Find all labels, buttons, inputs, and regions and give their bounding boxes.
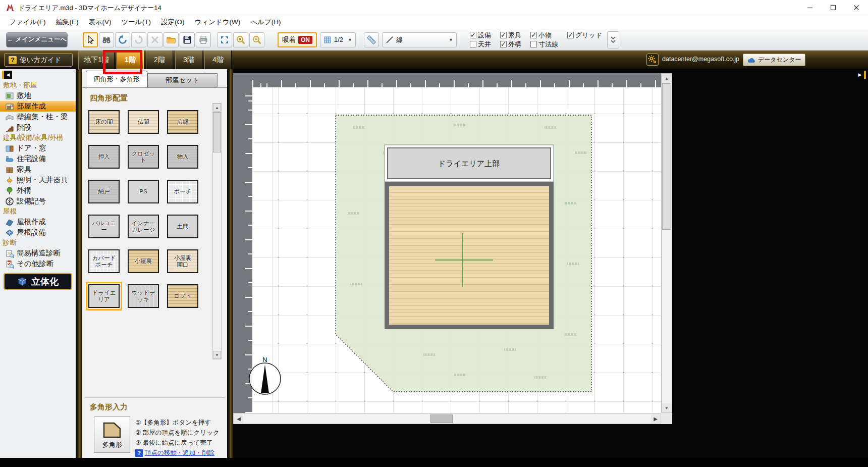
horizontal-scrollbar[interactable]: ◀ ▶ <box>233 413 661 424</box>
display-checkbox[interactable]: ✓家具 <box>500 31 521 39</box>
sidebar-item-階段[interactable]: 階段 <box>0 122 76 133</box>
zoom-in-button[interactable] <box>233 32 248 47</box>
line-style-dropdown[interactable]: 線 ▼ <box>382 32 457 47</box>
display-checkbox[interactable]: ✓設備 <box>470 31 491 39</box>
minimize-button[interactable] <box>798 0 822 15</box>
room-shape-button-押入[interactable]: 押入 <box>88 145 120 169</box>
scrollbar-thumb[interactable] <box>662 83 671 230</box>
sidebar-item-外構[interactable]: 外構 <box>0 185 76 196</box>
to-3d-button[interactable]: 立体化 <box>4 273 72 290</box>
floor-plan-canvas[interactable]: ドライエリア上部 N ▲ ▼ <box>233 69 672 424</box>
delete-button[interactable] <box>147 32 162 47</box>
sidebar-item-照明・天井器具[interactable]: 照明・天井器具 <box>0 175 76 185</box>
sidebar-item-設備記号[interactable]: 設備記号 <box>0 196 76 206</box>
redo-button[interactable] <box>131 32 146 47</box>
sidebar-item-壁編集・柱・梁[interactable]: 壁編集・柱・梁 <box>0 112 76 122</box>
search-tool-button[interactable] <box>99 32 114 47</box>
scrollbar-thumb[interactable] <box>213 112 221 152</box>
menu-item[interactable]: ウィンドウ(W) <box>189 16 245 29</box>
sidebar-collapse-button[interactable]: ◀ <box>2 71 12 79</box>
sidebar-item-その他診断[interactable]: その他診断 <box>0 258 76 269</box>
room-shape-button-仏間[interactable]: 仏間 <box>128 110 159 134</box>
room-shape-button-小屋裏開口[interactable]: 小屋裏 開口 <box>167 249 198 273</box>
main-menu-button[interactable]: ← メインメニューへ <box>6 32 68 47</box>
sidebar-item-ドア・窓[interactable]: ドア・窓 <box>0 143 76 153</box>
room-shape-button-広縁[interactable]: 広縁 <box>167 110 198 134</box>
floor-tab-2階[interactable]: 2階 <box>146 50 173 69</box>
sidebar-item-部屋作成[interactable]: 部屋作成 <box>0 101 76 112</box>
checkbox-unchecked-icon[interactable]: ✓ <box>470 41 476 47</box>
checkbox-checked-icon[interactable]: ✓ <box>470 32 476 38</box>
grid-scale-dropdown[interactable]: 1/2 ▼ <box>320 32 356 47</box>
menu-item[interactable]: 設定(O) <box>156 16 190 29</box>
zoom-out-button[interactable] <box>249 32 264 47</box>
checkbox-checked-icon[interactable]: ✓ <box>530 32 537 38</box>
furniture-icon <box>5 165 14 174</box>
toolbar-expand-button[interactable] <box>607 31 619 48</box>
maximize-button[interactable] <box>822 0 845 15</box>
checkbox-checked-icon[interactable]: ✓ <box>567 32 574 38</box>
menu-item[interactable]: ツール(T) <box>117 16 156 29</box>
sidebar-item-家具[interactable]: 家具 <box>0 164 76 175</box>
room-shape-button-土間[interactable]: 土間 <box>167 215 198 238</box>
menu-item[interactable]: 表示(V) <box>84 16 117 29</box>
display-checkbox[interactable]: ✓寸法線 <box>530 40 558 48</box>
floor-tab-4階[interactable]: 4階 <box>204 50 232 69</box>
scroll-right-icon[interactable]: ▶ <box>651 414 660 423</box>
room-shape-button-物入[interactable]: 物入 <box>167 145 198 169</box>
room-shape-button-インナーガレージ[interactable]: インナー ガレージ <box>128 215 159 238</box>
room-shape-button-納戸[interactable]: 納戸 <box>88 180 120 203</box>
panel-scrollbar[interactable]: ▲ ▼ <box>212 103 222 359</box>
save-button[interactable] <box>180 32 195 47</box>
print-button[interactable] <box>196 32 211 47</box>
room-shape-button-PS[interactable]: PS <box>128 180 159 203</box>
room-shape-button-カバードポーチ[interactable]: カバード ポーチ <box>88 249 120 273</box>
fit-view-button[interactable] <box>217 32 232 47</box>
menu-item[interactable]: 編集(E) <box>51 16 84 29</box>
room-shape-button-床の間[interactable]: 床の間 <box>88 110 120 134</box>
scroll-up-icon[interactable]: ▲ <box>213 103 221 112</box>
sidebar-item-住宅設備[interactable]: 住宅設備 <box>0 153 76 164</box>
usage-guide-button[interactable]: ? 使い方ガイド <box>4 53 73 67</box>
menu-item[interactable]: ヘルプ(H) <box>245 16 286 29</box>
tab-room-set[interactable]: 部屋セット <box>147 73 218 87</box>
sidebar-item-屋根設備[interactable]: 屋根設備 <box>0 227 76 238</box>
scroll-down-icon[interactable]: ▼ <box>662 403 672 412</box>
room-shape-button-バルコニー[interactable]: バルコニー <box>88 215 120 238</box>
room-shape-button-ウッドデッキ[interactable]: ウッドデッキ <box>128 284 159 308</box>
sidebar-item-敷地[interactable]: 敷地 <box>0 90 76 101</box>
select-tool-button[interactable] <box>83 32 98 47</box>
room-shape-button-ロフト[interactable]: ロフト <box>167 284 198 308</box>
display-checkbox[interactable]: ✓天井 <box>470 40 491 48</box>
snap-toggle-button[interactable]: 吸着 ON <box>278 32 317 47</box>
open-file-button[interactable] <box>164 32 179 47</box>
scroll-left-icon[interactable]: ◀ <box>234 414 243 423</box>
vertical-scrollbar[interactable]: ▲ ▼ <box>661 73 672 413</box>
room-shape-button-小屋裏[interactable]: 小屋裏 <box>128 249 159 273</box>
drawing-sheet[interactable] <box>252 87 661 413</box>
display-checkbox[interactable]: ✓小物 <box>530 31 558 39</box>
scroll-up-icon[interactable]: ▲ <box>662 74 672 83</box>
room-shape-button-クロゼット[interactable]: クロゼット <box>128 145 159 169</box>
datacenter-button[interactable]: データセンター <box>743 54 805 66</box>
close-button[interactable] <box>845 0 868 15</box>
sidebar-item-簡易構造診断[interactable]: 簡易構造診断 <box>0 248 76 258</box>
display-checkbox[interactable]: ✓グリッド <box>567 31 602 39</box>
undo-button[interactable] <box>115 32 130 47</box>
polygon-help-link[interactable]: ? 頂点の移動・追加・削除 <box>135 449 214 457</box>
scroll-down-icon[interactable]: ▼ <box>213 351 221 359</box>
polygon-button[interactable]: 多角形 <box>94 417 130 453</box>
sidebar-item-屋根作成[interactable]: 屋根作成 <box>0 217 76 227</box>
menu-item[interactable]: ファイル(F) <box>4 16 51 29</box>
measure-tool-button[interactable] <box>364 32 379 47</box>
scrollbar-thumb[interactable] <box>430 414 453 423</box>
floor-tab-3階[interactable]: 3階 <box>175 50 202 69</box>
checkbox-checked-icon[interactable]: ✓ <box>500 41 507 47</box>
room-shape-button-ドライエリア[interactable]: ドライエリア <box>88 284 120 308</box>
checkbox-checked-icon[interactable]: ✓ <box>500 32 507 38</box>
checkbox-unchecked-icon[interactable]: ✓ <box>530 41 537 47</box>
right-panel-expand-button[interactable]: ▶ <box>856 71 866 79</box>
room-shape-button-ポーチ[interactable]: ポーチ <box>167 180 198 203</box>
account-settings-button[interactable] <box>646 54 659 66</box>
display-checkbox[interactable]: ✓外構 <box>500 40 521 48</box>
